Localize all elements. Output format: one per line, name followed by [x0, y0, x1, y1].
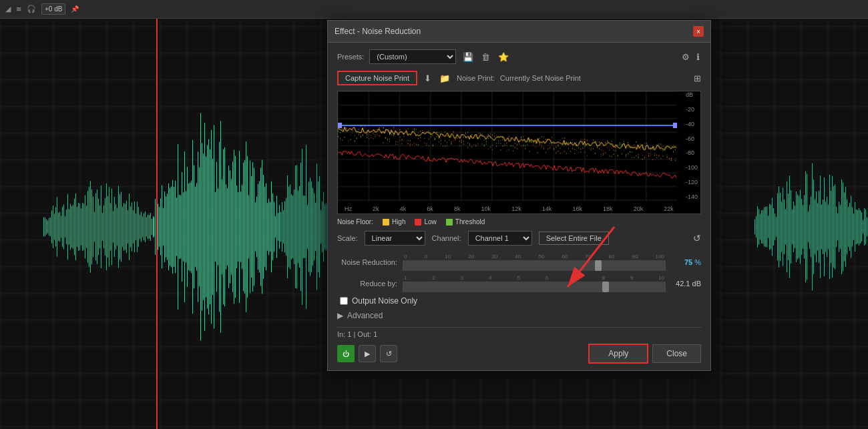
channel-label: Channel: [432, 234, 461, 242]
dialog-body: Presets: (Custom) Light Noise Reduction … [328, 43, 710, 370]
capture-noise-print-button[interactable]: Capture Noise Print [337, 71, 417, 85]
presets-label: Presets: [337, 53, 364, 61]
chevron-right-icon: ▶ [337, 311, 343, 320]
y-label-60: -60 [686, 135, 698, 142]
scale-select[interactable]: Linear Logarithmic [365, 231, 425, 246]
legend-row: Noise Floor: High Low Threshold [337, 218, 701, 226]
noise-print-label: Noise Print: [457, 74, 495, 82]
noise-reduction-label: Noise Reduction: [337, 258, 397, 266]
reduce-by-slider[interactable] [403, 282, 666, 292]
noise-reduction-dialog: Effect - Noise Reduction × Presets: (Cus… [327, 20, 711, 371]
legend-high-label: High [392, 218, 406, 226]
noise-reduction-row: Noise Reduction: 00102030405060708090100… [337, 254, 701, 271]
y-label-db: dB [686, 91, 698, 98]
save-noise-print-button[interactable]: 📁 [438, 72, 451, 85]
noise-floor-label: Noise Floor: [337, 218, 373, 226]
spectrum-graph [338, 91, 677, 201]
advanced-row[interactable]: ▶ Advanced [337, 311, 701, 320]
output-noise-only-checkbox[interactable] [340, 297, 348, 305]
graph-y-labels: dB -20 -40 -60 -80 -100 -120 -140 [686, 91, 698, 200]
controls-row: Scale: Linear Logarithmic Channel: Chann… [337, 231, 701, 246]
noise-reduction-number: 75 [684, 258, 692, 266]
channel-select[interactable]: Channel 1 Channel 2 All Channels [468, 231, 532, 246]
graph-x-labels: Hz 2k 4k 6k 8k 10k 12k 14k 16k 18k 20k 2… [345, 205, 674, 212]
save-preset-button[interactable]: 💾 [461, 51, 475, 63]
reduce-by-label: Reduce by: [337, 280, 397, 288]
presets-row: Presets: (Custom) Light Noise Reduction … [337, 49, 701, 64]
reduce-by-row: Reduce by: 12345678910 42.1 dB [337, 275, 701, 292]
output-noise-only-label: Output Noise Only [352, 296, 417, 306]
scale-label: Scale: [337, 234, 358, 242]
y-label-80: -80 [686, 149, 698, 156]
menu-icon[interactable]: ⊞ [694, 73, 701, 83]
apply-button[interactable]: Apply [588, 344, 648, 364]
legend-low-label: Low [424, 218, 436, 226]
legend-high-dot [383, 219, 389, 226]
delete-preset-button[interactable]: 🗑 [480, 51, 491, 63]
close-dialog-button[interactable]: Close [652, 344, 701, 363]
dialog-titlebar: Effect - Noise Reduction × [328, 21, 710, 43]
noise-reduction-value: 75 % [671, 258, 701, 266]
y-label-40: -40 [686, 121, 698, 127]
y-label-20: -20 [686, 106, 698, 113]
advanced-label: Advanced [347, 311, 383, 320]
load-noise-print-button[interactable]: ⬇ [423, 72, 433, 85]
y-label-120: -120 [686, 179, 698, 185]
play-button[interactable]: ▶ [359, 345, 376, 362]
y-label-140: -140 [686, 193, 698, 200]
noise-reduction-unit: % [694, 258, 701, 266]
presets-select[interactable]: (Custom) Light Noise Reduction Strong No… [369, 49, 456, 64]
reduce-by-value: 42.1 dB [671, 280, 701, 288]
settings-icon[interactable]: ⚙ [680, 51, 691, 63]
legend-threshold-label: Threshold [455, 218, 485, 226]
info-icon[interactable]: ℹ [695, 51, 701, 63]
dialog-close-button[interactable]: × [693, 26, 704, 37]
output-noise-only-row: Output Noise Only [337, 296, 701, 306]
legend-high: High [383, 218, 406, 226]
y-label-100: -100 [686, 164, 698, 171]
legend-low: Low [415, 218, 436, 226]
noise-print-value: Currently Set Noise Print [500, 74, 581, 82]
reduce-by-number: 42.1 [676, 280, 690, 288]
bottom-row: ⏻ ▶ ↺ Apply Close [337, 344, 701, 364]
legend-threshold-dot [446, 219, 453, 226]
noise-reduction-scale: 00102030405060708090100 [403, 254, 666, 260]
legend-threshold: Threshold [446, 218, 485, 226]
reduce-by-scale: 12345678910 [403, 275, 666, 281]
reset-button[interactable]: ↺ [693, 233, 701, 244]
noise-reduction-slider[interactable] [403, 260, 666, 271]
graph-container: dB -20 -40 -60 -80 -100 -120 -140 Hz 2k … [337, 91, 701, 214]
select-entire-file-button[interactable]: Select Entire File [539, 232, 609, 245]
legend-low-dot [415, 219, 421, 226]
power-button[interactable]: ⏻ [337, 345, 355, 362]
noise-print-row: Capture Noise Print ⬇ 📁 Noise Print: Cur… [337, 71, 701, 85]
dialog-overlay: Effect - Noise Reduction × Presets: (Cus… [0, 0, 868, 429]
loop-button[interactable]: ↺ [380, 345, 397, 362]
status-row: In: 1 | Out: 1 [337, 327, 701, 338]
reduce-by-unit: dB [692, 280, 701, 288]
dialog-title: Effect - Noise Reduction [335, 27, 421, 36]
favorite-preset-button[interactable]: ⭐ [497, 51, 510, 63]
status-text: In: 1 | Out: 1 [337, 330, 377, 338]
